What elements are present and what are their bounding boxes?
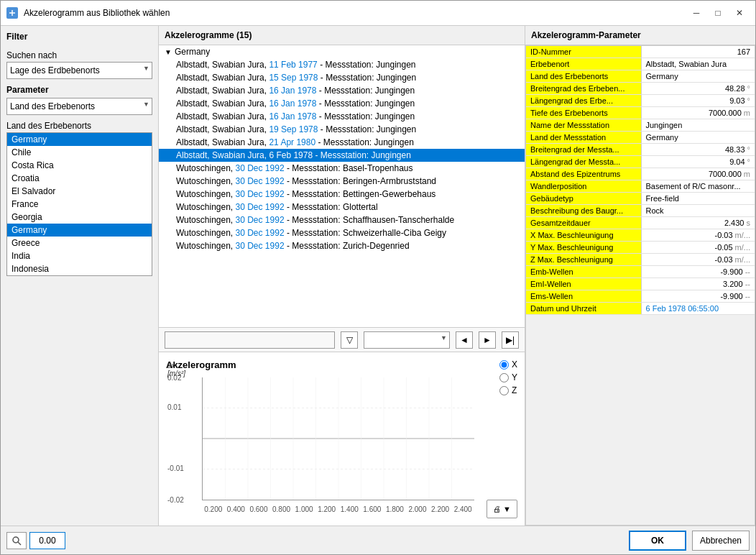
param-label: Längengrad des Erbe... xyxy=(526,95,641,107)
chart-section: Akzelerogramm X Y Z xyxy=(159,352,525,526)
param-label: EmI-Wellen xyxy=(526,278,641,290)
ok-button[interactable]: OK xyxy=(629,531,686,551)
country-item[interactable]: Costa Rica xyxy=(7,159,152,172)
nav-prev-button[interactable]: ◄ xyxy=(456,331,473,349)
param-label: Land der Messstation xyxy=(526,132,641,144)
nav-next-button[interactable]: ► xyxy=(479,331,496,349)
record-item[interactable]: Albstadt, Swabian Jura, 21 Apr 1980 - Me… xyxy=(159,136,525,149)
y-label-bot: -0.02 xyxy=(167,496,184,504)
records-list[interactable]: ▼ GermanyAlbstadt, Swabian Jura, 11 Feb … xyxy=(159,45,525,327)
record-item[interactable]: Wutoschingen, 30 Dec 1992 - Messstation:… xyxy=(159,188,525,201)
param-label: Gesamtzeitdauer xyxy=(526,217,641,229)
param-value: Jungingen xyxy=(641,119,755,132)
filter-label: Filter xyxy=(6,32,152,42)
param-value: Free-field xyxy=(641,193,755,205)
filter-dropdown[interactable] xyxy=(364,331,450,349)
country-item[interactable]: Germany xyxy=(7,224,152,237)
record-item[interactable]: Wutoschingen, 30 Dec 1992 - Messstation:… xyxy=(159,201,525,214)
record-item[interactable]: Albstadt, Swabian Jura, 15 Sep 1978 - Me… xyxy=(159,71,525,84)
country-item[interactable]: France xyxy=(7,198,152,211)
window-controls: ─ □ ✕ xyxy=(686,5,750,21)
table-row: Längengrad der Messta...9.04 ° xyxy=(526,156,755,168)
svg-line-18 xyxy=(18,542,21,545)
param-label: Erbebenort xyxy=(526,58,641,70)
close-button[interactable]: ✕ xyxy=(729,5,750,21)
record-item[interactable]: Wutoschingen, 30 Dec 1992 - Messstation:… xyxy=(159,226,525,239)
param-dropdown-wrapper: Land des Erbebenorts xyxy=(6,98,152,115)
record-item[interactable]: Albstadt, Swabian Jura, 16 Jan 1978 - Me… xyxy=(159,84,525,97)
country-item[interactable]: Georgia xyxy=(7,211,152,224)
country-item[interactable]: Chile xyxy=(7,146,152,159)
y-label-mid-bot: -0.01 xyxy=(167,464,184,472)
param-label: Ems-Wellen xyxy=(526,290,641,303)
record-item[interactable]: Albstadt, Swabian Jura, 11 Feb 1977 - Me… xyxy=(159,58,525,71)
table-row: Längengrad des Erbe...9.03 ° xyxy=(526,95,755,107)
search-icon-button[interactable] xyxy=(6,532,27,549)
country-item[interactable]: El Salvador xyxy=(7,185,152,198)
param-label: Emb-Wellen xyxy=(526,266,641,278)
params-header: Akzelerogramm-Parameter xyxy=(525,26,755,45)
record-item[interactable]: Wutoschingen, 30 Dec 1992 - Messstation:… xyxy=(159,162,525,175)
param-value: Rock xyxy=(641,205,755,217)
chart-svg xyxy=(202,377,474,500)
country-item[interactable]: Croatia xyxy=(7,172,152,185)
record-item[interactable]: Wutoschingen, 30 Dec 1992 - Messstation:… xyxy=(159,175,525,188)
search-icon xyxy=(11,536,22,546)
param-label: Längengrad der Messta... xyxy=(526,156,641,168)
bottom-left: 0.00 xyxy=(6,532,65,549)
table-row: Tiefe des Erbebenorts7000.000 m xyxy=(526,107,755,119)
record-item[interactable]: Wutoschingen, 30 Dec 1992 - Messstation:… xyxy=(159,214,525,226)
param-dropdown[interactable]: Land des Erbebenorts xyxy=(6,98,152,115)
param-value: -9.900 -- xyxy=(641,266,755,278)
table-row: GebäudetypFree-field xyxy=(526,193,755,205)
filter-input-box[interactable] xyxy=(165,331,335,349)
param-value: 2.430 s xyxy=(641,217,755,229)
param-label: Parameter xyxy=(6,85,152,95)
record-item[interactable]: Albstadt, Swabian Jura, 16 Jan 1978 - Me… xyxy=(159,97,525,110)
table-row: Beschreibung des Baugr...Rock xyxy=(526,205,755,217)
country-item[interactable]: Greece xyxy=(7,237,152,249)
record-item[interactable]: Albstadt, Swabian Jura, 16 Jan 1978 - Me… xyxy=(159,110,525,123)
cancel-button[interactable]: Abbrechen xyxy=(692,531,750,551)
param-label: Abstand des Epizentrums xyxy=(526,168,641,180)
param-value: 48.33 ° xyxy=(641,144,755,156)
table-row: Z Max. Beschleunigung-0.03 m/... xyxy=(526,254,755,266)
param-label: Breitengrad der Messta... xyxy=(526,144,641,156)
filter-dropdown-wrapper xyxy=(364,331,450,349)
param-value: 48.28 ° xyxy=(641,83,755,95)
param-value: Germany xyxy=(641,70,755,83)
search-dropdown-wrapper: Lage des Erdbebenorts xyxy=(6,62,152,79)
param-value: Germany xyxy=(641,132,755,144)
country-list[interactable]: GermanyChileCosta RicaCroatiaEl Salvador… xyxy=(6,132,152,276)
param-label: Z Max. Beschleunigung xyxy=(526,254,641,266)
record-item[interactable]: Albstadt, Swabian Jura, 19 Sep 1978 - Me… xyxy=(159,123,525,136)
record-item[interactable]: Albstadt, Swabian Jura, 6 Feb 1978 - Mes… xyxy=(159,149,525,162)
param-value: 9.03 ° xyxy=(641,95,755,107)
table-row: Breitengrad des Erbeben...48.28 ° xyxy=(526,83,755,95)
print-button[interactable]: 🖨 ▼ xyxy=(487,500,517,518)
filter-funnel-icon[interactable]: ▽ xyxy=(341,331,358,349)
param-value: -0.05 m/... xyxy=(641,242,755,254)
params-content: ID-Nummer167ErbebenortAlbstadt, Swabian … xyxy=(525,45,755,526)
param-value: 6 Feb 1978 06:55:00 xyxy=(641,303,755,315)
param-label: Beschreibung des Baugr... xyxy=(526,205,641,217)
country-label: Land des Erbebenorts xyxy=(6,121,152,131)
group-header[interactable]: ▼ Germany xyxy=(159,45,525,58)
country-item[interactable]: Germany xyxy=(7,133,152,146)
filter-section: Filter xyxy=(6,32,152,45)
nav-last-button[interactable]: ▶| xyxy=(502,331,519,349)
table-row: Emb-Wellen-9.900 -- xyxy=(526,266,755,278)
table-row: Gesamtzeitdauer2.430 s xyxy=(526,217,755,229)
record-item[interactable]: Wutoschingen, 30 Dec 1992 - Messstation:… xyxy=(159,239,525,252)
minimize-button[interactable]: ─ xyxy=(686,5,706,21)
search-dropdown[interactable]: Lage des Erdbebenorts xyxy=(6,62,152,79)
country-item[interactable]: India xyxy=(7,249,152,262)
radio-x[interactable]: X xyxy=(499,359,517,370)
param-value: 167 xyxy=(641,46,755,58)
table-row: X Max. Beschleunigung-0.03 m/... xyxy=(526,229,755,242)
search-section: Suchen nach Lage des Erdbebenorts xyxy=(6,50,152,79)
param-value: Albstadt, Swabian Jura xyxy=(641,58,755,70)
table-row: Abstand des Epizentrums7000.000 m xyxy=(526,168,755,180)
maximize-button[interactable]: □ xyxy=(708,5,728,21)
country-item[interactable]: Indonesia xyxy=(7,262,152,275)
